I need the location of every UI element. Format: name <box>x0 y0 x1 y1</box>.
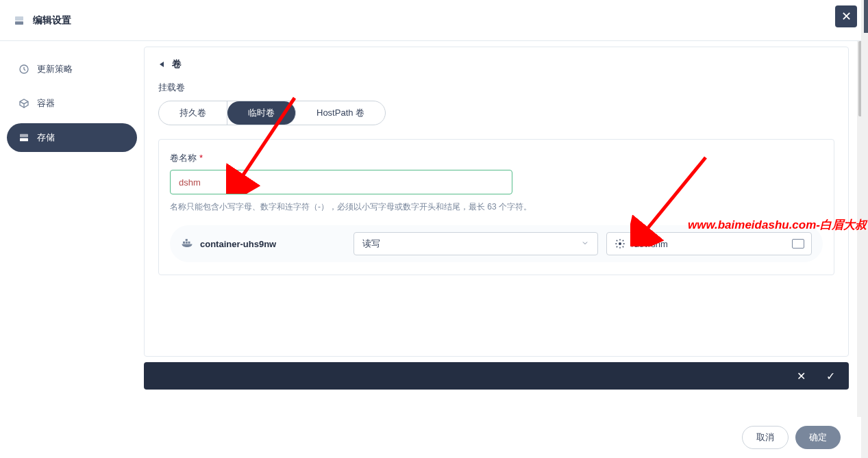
svg-rect-6 <box>186 241 188 243</box>
watermark-text: www.baimeidashu.com-白眉大叔 <box>688 217 867 233</box>
docker-icon <box>181 237 193 251</box>
mount-section-label: 挂载卷 <box>158 81 834 94</box>
sidebar: 更新策略 容器 存储 <box>0 41 144 417</box>
sidebar-item-update-strategy[interactable]: 更新策略 <box>7 55 137 84</box>
action-confirm-icon[interactable]: ✓ <box>826 370 835 383</box>
close-icon: ✕ <box>841 9 852 24</box>
gear-icon <box>614 238 626 250</box>
chevron-down-icon <box>581 239 589 249</box>
modal-title: 编辑设置 <box>33 14 71 27</box>
action-bar: ✕ ✓ <box>144 362 849 390</box>
subpath-badge-icon <box>792 239 804 249</box>
mount-path-value: /dev/shm <box>632 239 668 249</box>
cancel-button[interactable]: 取消 <box>742 426 789 449</box>
tab-ephemeral-volume[interactable]: 临时卷 <box>227 101 296 125</box>
modal-header: 编辑设置 <box>0 0 868 41</box>
mount-path-input[interactable]: /dev/shm <box>606 232 812 255</box>
access-mode-select[interactable]: 读写 <box>354 232 598 255</box>
close-button[interactable]: ✕ <box>835 5 857 27</box>
svg-point-9 <box>619 242 621 245</box>
sidebar-item-label: 容器 <box>37 97 55 110</box>
card-title: 卷 <box>172 58 182 71</box>
access-mode-value: 读写 <box>362 238 380 250</box>
volume-name-hint: 名称只能包含小写字母、数字和连字符（-），必须以小写字母或数字开头和结尾，最长 … <box>170 201 823 213</box>
svg-rect-0 <box>15 21 23 25</box>
svg-rect-7 <box>188 241 190 243</box>
action-cancel-icon[interactable]: ✕ <box>797 370 806 383</box>
svg-rect-8 <box>186 239 188 241</box>
volume-form: 卷名称* 名称只能包含小写字母、数字和连字符（-），必须以小写字母或数字开头和结… <box>158 139 834 275</box>
card-header: 卷 <box>145 47 848 81</box>
volume-type-tabs: 持久卷 临时卷 HostPath 卷 <box>158 101 386 125</box>
volume-name-label: 卷名称* <box>170 152 823 164</box>
page-scrollbar-thumb[interactable] <box>864 0 868 33</box>
modal-footer: 取消 确定 <box>0 417 868 458</box>
tab-hostpath-volume[interactable]: HostPath 卷 <box>296 101 385 125</box>
sidebar-item-label: 存储 <box>37 131 55 144</box>
container-icon <box>18 97 30 110</box>
tab-persistent-volume[interactable]: 持久卷 <box>159 101 227 125</box>
storage-icon <box>18 131 30 144</box>
volume-name-input[interactable] <box>170 170 512 194</box>
sidebar-item-label: 更新策略 <box>37 63 73 75</box>
svg-rect-1 <box>15 16 23 21</box>
container-name-text: container-uhs9nw <box>200 239 276 249</box>
collapse-triangle-icon[interactable] <box>158 61 165 68</box>
sidebar-item-storage[interactable]: 存储 <box>7 123 137 152</box>
svg-rect-5 <box>183 241 185 243</box>
strategy-icon <box>18 63 30 75</box>
volume-card: 卷 挂载卷 持久卷 临时卷 HostPath 卷 卷名称* 名称只能包含小写字母… <box>144 47 849 357</box>
storage-icon <box>14 15 25 26</box>
required-mark: * <box>199 153 203 163</box>
confirm-button[interactable]: 确定 <box>795 426 841 449</box>
svg-rect-4 <box>20 134 28 138</box>
sidebar-item-container[interactable]: 容器 <box>7 89 137 118</box>
container-name-display: container-uhs9nw <box>181 237 345 251</box>
svg-rect-3 <box>20 138 28 142</box>
